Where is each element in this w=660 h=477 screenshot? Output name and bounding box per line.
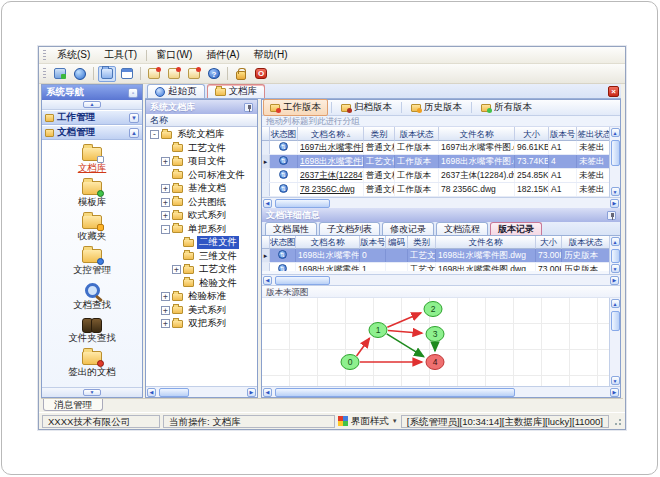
scroll-thumb[interactable]	[159, 388, 189, 397]
scroll-left-icon[interactable]: ◀	[263, 199, 272, 208]
detail-tab-2[interactable]: 修改记录	[382, 222, 434, 235]
scroll-thumb[interactable]	[611, 140, 620, 166]
mail-icon[interactable]	[185, 66, 203, 82]
column-header-6[interactable]: 大小	[536, 236, 562, 249]
button-work-versions[interactable]: 工作版本	[263, 99, 328, 116]
tab-message-management[interactable]: 消息管理	[43, 399, 103, 411]
tree-node-2[interactable]: +项目文件	[146, 155, 257, 169]
tab-start-page[interactable]: 起始页	[147, 84, 205, 98]
tree-node-6[interactable]: +欧式系列	[146, 209, 257, 223]
expand-icon[interactable]: +	[161, 198, 170, 207]
chevron-up-icon[interactable]: ▲	[129, 128, 139, 138]
grid2-hscrollbar[interactable]: ◀ ▶	[262, 274, 620, 285]
scroll-thumb[interactable]	[611, 249, 620, 263]
sidebar-item-2[interactable]: 收藏夹	[45, 212, 139, 246]
scroll-right-icon[interactable]: ▶	[610, 388, 619, 397]
column-header-1[interactable]: 文档名称	[296, 236, 360, 249]
grid2-vscrollbar[interactable]: ▲ ▼	[609, 236, 620, 274]
table-row[interactable]: ⇅1698出水嘴零件图.dwg1工艺文件1698出水嘴零件图.dwg73.00K…	[262, 263, 609, 271]
menu-item-0[interactable]: 系统(S)	[50, 46, 97, 64]
scroll-thumb[interactable]	[275, 388, 515, 397]
table-row[interactable]: ▸⇅1698出水嘴零件图.dwg工艺文件工作版本1698出水嘴零件图.dwg73…	[262, 155, 609, 169]
table-row[interactable]: ⇅78 2356C.dwg普通文档工作版本78 2356C.dwg182.15K…	[262, 183, 609, 197]
column-header-7[interactable]: 签出状态	[577, 127, 609, 141]
tree-node-13[interactable]: +美式系列	[146, 304, 257, 318]
table-row[interactable]: ▸⇅1698出水嘴零件图.dwg0工艺文件1698出水嘴零件图.dwg73.00…	[262, 249, 609, 263]
expand-icon[interactable]: +	[161, 306, 170, 315]
column-header-1[interactable]: 文档名称▵	[298, 127, 364, 141]
tree-node-4[interactable]: +基准文档	[146, 182, 257, 196]
pin-icon[interactable]	[607, 211, 616, 220]
column-header-4[interactable]: 类别	[408, 236, 436, 249]
column-header-3[interactable]: 版本状态	[395, 127, 439, 141]
chevron-down-icon[interactable]: ▼	[129, 113, 139, 123]
help-icon[interactable]: ?	[205, 66, 223, 82]
expand-icon[interactable]: +	[161, 211, 170, 220]
collapse-icon[interactable]: -	[150, 130, 159, 139]
scroll-left-icon[interactable]: ◀	[263, 388, 272, 397]
tree-hscrollbar[interactable]: ◀ ▶	[146, 386, 257, 397]
grid1-vscrollbar[interactable]: ▲ ▼	[609, 127, 620, 197]
lock-icon[interactable]	[232, 66, 250, 82]
button-all-versions[interactable]: 所有版本	[475, 100, 538, 115]
sidebar-group-work[interactable]: 工作管理▼	[42, 110, 142, 125]
expand-icon[interactable]: +	[161, 184, 170, 193]
scroll-thumb[interactable]	[275, 276, 330, 285]
column-header-2[interactable]: 类别	[364, 127, 395, 141]
column-header-4[interactable]: 文件名称	[439, 127, 515, 141]
mail-icon[interactable]	[165, 66, 183, 82]
column-header-5[interactable]: 大小	[515, 127, 549, 141]
tree-node-14[interactable]: +双把系列	[146, 317, 257, 331]
tree-column-header[interactable]: 名称	[146, 114, 257, 127]
chevron-down-icon[interactable]: ▼	[83, 389, 101, 396]
detail-tab-3[interactable]: 文档流程	[436, 222, 488, 235]
window-grid-icon[interactable]	[118, 66, 136, 82]
scroll-down-icon[interactable]: ▼	[611, 187, 620, 196]
close-tab-icon[interactable]: ×	[608, 86, 619, 97]
desktop-icon[interactable]	[51, 66, 69, 82]
detail-tab-1[interactable]: 子文档列表	[319, 222, 380, 235]
sidebar-pin-icon[interactable]: ▫	[128, 88, 138, 98]
sidebar-item-0[interactable]: 文档库	[45, 144, 139, 178]
tab-document-library[interactable]: 文档库	[207, 84, 266, 98]
column-header-7[interactable]: 版本状态	[562, 236, 609, 249]
mail-icon[interactable]	[145, 66, 163, 82]
scroll-up-icon[interactable]: ▲	[611, 237, 620, 246]
chevron-up-icon[interactable]: ▲	[83, 101, 101, 108]
column-header-5[interactable]: 文件名称	[436, 236, 536, 249]
tree-node-12[interactable]: +检验标准	[146, 290, 257, 304]
menu-item-3[interactable]: 插件(A)	[199, 46, 246, 64]
expand-icon[interactable]: +	[172, 265, 181, 274]
tree-node-1[interactable]: +工艺文件	[146, 142, 257, 156]
sidebar-item-6[interactable]: 签出的文档	[45, 348, 139, 382]
sidebar-item-3[interactable]: 文控管理	[45, 246, 139, 280]
button-hist-versions[interactable]: 历史版本	[405, 100, 468, 115]
scroll-up-icon[interactable]: ▲	[611, 299, 620, 308]
menu-item-2[interactable]: 窗口(W)	[149, 46, 199, 64]
scroll-thumb[interactable]	[275, 199, 330, 208]
sidebar-group-document[interactable]: 文档管理▲	[42, 125, 142, 140]
column-header-2[interactable]: 版本号	[360, 236, 386, 249]
scroll-left-icon[interactable]: ◀	[263, 276, 272, 285]
grid1-hscrollbar[interactable]: ◀ ▶	[262, 197, 620, 208]
tree-node-7[interactable]: -单把系列	[146, 223, 257, 237]
tree-node-8[interactable]: +二维文件	[146, 236, 257, 250]
column-header-3[interactable]: 编码	[386, 236, 408, 249]
globe-icon[interactable]	[71, 66, 89, 82]
tree-node-3[interactable]: +公司标准文件	[146, 169, 257, 183]
expand-icon[interactable]: +	[161, 157, 170, 166]
pin-icon[interactable]	[244, 103, 253, 112]
scroll-left-icon[interactable]: ◀	[147, 388, 156, 397]
scroll-up-icon[interactable]: ▲	[611, 128, 620, 137]
sidebar-item-4[interactable]: 文档查找	[45, 280, 139, 314]
collapse-icon[interactable]: -	[161, 225, 170, 234]
tree-node-5[interactable]: +公共图纸	[146, 196, 257, 210]
detail-tab-0[interactable]: 文档属性	[265, 222, 317, 235]
scroll-right-icon[interactable]: ▶	[610, 199, 619, 208]
button-arch-versions[interactable]: 归档版本	[335, 100, 398, 115]
tree-node-11[interactable]: +检验文件	[146, 277, 257, 291]
sidebar-item-1[interactable]: 模板库	[45, 178, 139, 212]
tree-node-0[interactable]: -系统文档库	[146, 128, 257, 142]
column-header-0[interactable]: 状态图	[270, 236, 296, 249]
table-row[interactable]: ⇅1697出水嘴零件图.dwg普通文档工作版本1697出水嘴零件图.dwg96.…	[262, 141, 609, 155]
